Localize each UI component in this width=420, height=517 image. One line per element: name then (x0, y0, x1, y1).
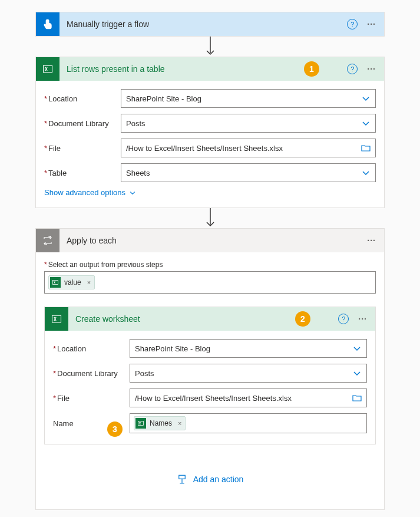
svg-rect-6 (178, 475, 185, 479)
list-rows-card: List rows present in a table 1 ? ··· *Lo… (35, 57, 385, 208)
remove-token-icon[interactable]: × (87, 279, 91, 286)
file-picker[interactable]: /How to Excel/Insert Sheets/Insert Sheet… (121, 139, 376, 157)
library-label: *Document Library (53, 369, 130, 378)
trigger-title: Manually trigger a flow (67, 19, 347, 29)
more-icon[interactable]: ··· (365, 64, 378, 74)
step-badge-3: 3 (107, 421, 123, 437)
location-dropdown[interactable]: SharePoint Site - Blog (121, 89, 376, 108)
remove-token-icon[interactable]: × (178, 420, 181, 427)
chevron-down-icon (352, 368, 362, 378)
list-rows-header[interactable]: List rows present in a table 1 ? ··· (36, 57, 384, 81)
svg-rect-4 (52, 315, 61, 322)
help-icon[interactable]: ? (347, 64, 358, 74)
chevron-down-icon (129, 189, 136, 196)
chevron-down-icon (352, 344, 362, 353)
apply-to-each-card: Apply to each ··· *Select an output from… (35, 228, 385, 510)
add-action-button[interactable]: Add an action (44, 444, 376, 501)
loop-icon (36, 229, 59, 252)
value-token[interactable]: value × (48, 275, 95, 289)
file-picker[interactable]: /How to Excel/Insert Sheets/Insert Sheet… (130, 388, 367, 407)
name-label: Name 3 (53, 419, 130, 428)
chevron-down-icon (361, 94, 371, 103)
excel-icon (50, 277, 61, 288)
svg-rect-5 (138, 421, 144, 426)
apply-to-each-header[interactable]: Apply to each ··· (36, 229, 384, 252)
create-worksheet-header[interactable]: Create worksheet 2 ? ··· (45, 307, 375, 331)
arrow-down-icon (35, 208, 385, 228)
trigger-header[interactable]: Manually trigger a flow ? ··· (36, 12, 384, 36)
chevron-down-icon (361, 118, 371, 128)
add-action-icon (177, 474, 187, 485)
help-icon[interactable]: ? (338, 314, 349, 324)
show-advanced-link[interactable]: Show advanced options (44, 188, 376, 197)
more-icon[interactable]: ··· (356, 314, 369, 324)
library-dropdown[interactable]: Posts (121, 114, 376, 133)
folder-icon (352, 393, 362, 403)
table-dropdown[interactable]: Sheets (121, 163, 376, 182)
library-dropdown[interactable]: Posts (130, 364, 367, 383)
create-worksheet-card: Create worksheet 2 ? ··· *Location Share… (44, 307, 376, 444)
location-label: *Location (44, 94, 121, 103)
token-label: value (64, 278, 81, 287)
location-label: *Location (53, 344, 130, 353)
more-icon[interactable]: ··· (365, 19, 378, 29)
location-dropdown[interactable]: SharePoint Site - Blog (130, 339, 367, 358)
chevron-down-icon (361, 168, 371, 177)
library-label: *Document Library (44, 119, 121, 128)
file-label: *File (44, 144, 121, 153)
apply-to-each-title: Apply to each (67, 236, 365, 245)
step-badge-1: 1 (304, 61, 319, 77)
name-input[interactable]: Names × (130, 413, 367, 433)
names-token[interactable]: Names × (134, 416, 186, 430)
excel-icon (36, 57, 59, 81)
select-output-label: *Select an output from previous steps (44, 261, 376, 269)
svg-rect-3 (53, 281, 58, 285)
excel-icon (135, 418, 146, 429)
select-output-input[interactable]: value × (44, 271, 376, 294)
trigger-card: Manually trigger a flow ? ··· (35, 12, 385, 37)
excel-icon (45, 307, 68, 331)
help-icon[interactable]: ? (347, 19, 358, 29)
folder-icon (361, 143, 371, 153)
table-label: *Table (44, 169, 121, 177)
step-badge-2: 2 (295, 311, 310, 327)
touch-icon (36, 12, 59, 36)
svg-rect-1 (44, 65, 52, 73)
token-label: Names (150, 419, 172, 427)
arrow-down-icon (35, 37, 385, 57)
more-icon[interactable]: ··· (365, 236, 378, 245)
file-label: *File (53, 394, 130, 403)
